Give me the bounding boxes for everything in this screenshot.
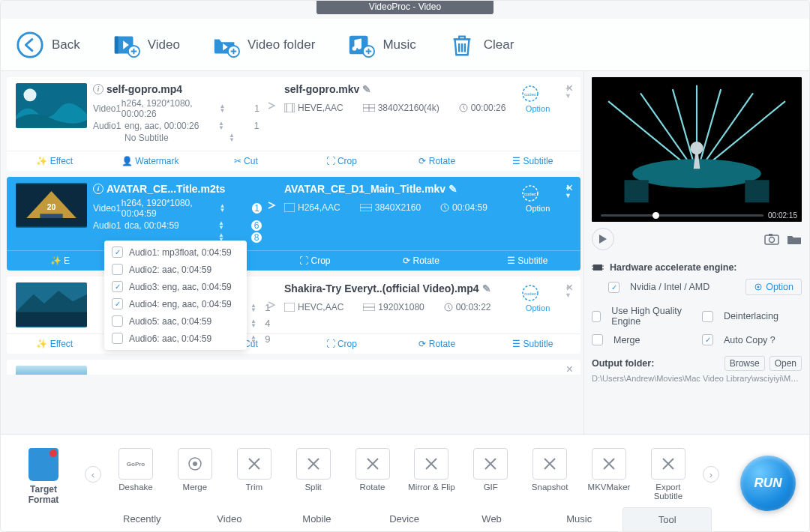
codec-option[interactable]: codec Option bbox=[520, 83, 556, 113]
audio-option[interactable]: Audio4: eng, aac, 0:04:59 bbox=[109, 295, 242, 312]
reorder-handle[interactable]: ▲▼ bbox=[565, 83, 572, 100]
file-card[interactable]: × bbox=[7, 360, 580, 375]
file-card-selected[interactable]: × 20 iAVATAR_CE...Title.m2ts Video1h264,… bbox=[7, 177, 580, 270]
tool-mkvmaker[interactable]: MKVMaker bbox=[582, 448, 636, 501]
folder-open-icon[interactable] bbox=[787, 233, 802, 245]
rotate-button[interactable]: ⟳ Rotate bbox=[389, 151, 485, 171]
info-icon[interactable]: i bbox=[93, 84, 104, 94]
crop-button[interactable]: ⛶ Crop bbox=[262, 251, 368, 270]
hq-checkbox[interactable]: Use High Quality Engine bbox=[592, 306, 692, 327]
watermark-button[interactable]: 👤 Watermark bbox=[103, 151, 199, 171]
audio-option[interactable]: Audio5: aac, 0:04:59 bbox=[109, 312, 242, 330]
svg-point-57 bbox=[193, 462, 197, 466]
info-icon[interactable]: i bbox=[93, 184, 104, 194]
tab-recently[interactable]: Recently bbox=[98, 507, 186, 531]
cut-button[interactable]: ✂ Cut bbox=[198, 151, 294, 171]
tool-gif[interactable]: GIF bbox=[464, 448, 518, 501]
file-card[interactable]: × iself-gopro.mp4 Video1h264, 1920*1080,… bbox=[7, 77, 580, 171]
tool-snapshot[interactable]: Snapshot bbox=[523, 448, 577, 501]
tab-web[interactable]: Web bbox=[448, 507, 536, 531]
audio-option[interactable]: Audio6: aac, 0:04:59 bbox=[109, 330, 242, 347]
add-music-button[interactable]: Music bbox=[346, 31, 416, 59]
tool-merge[interactable]: Merge bbox=[168, 448, 222, 501]
tab-mobile[interactable]: Mobile bbox=[273, 507, 361, 531]
gear-icon: codec bbox=[520, 282, 541, 303]
pencil-icon[interactable]: ✎ bbox=[362, 83, 371, 95]
spinner[interactable]: ▲▼ bbox=[219, 104, 250, 113]
format-tabs: Recently Video Mobile Device Web Music T… bbox=[98, 507, 712, 531]
audio-option[interactable]: Audio1: mp3float, 0:04:59 bbox=[109, 244, 242, 261]
rotate-button[interactable]: ⟳ Rotate bbox=[389, 334, 485, 354]
tool-mirror[interactable]: Mirror & Flip bbox=[404, 448, 458, 501]
back-button[interactable]: Back bbox=[16, 31, 80, 59]
pencil-icon[interactable]: ✎ bbox=[448, 183, 458, 195]
svg-rect-20 bbox=[40, 214, 62, 218]
output-meta: self-gopro.mkv ✎ HEVE,AAC 3840X2160(4k) … bbox=[284, 83, 514, 113]
scroll-left-button[interactable]: ‹ bbox=[85, 466, 101, 483]
svg-rect-28 bbox=[16, 312, 87, 327]
file-list: × iself-gopro.mp4 Video1h264, 1920*1080,… bbox=[1, 71, 584, 434]
codec-option[interactable]: codec Option bbox=[520, 282, 556, 312]
svg-rect-21 bbox=[284, 203, 295, 212]
codec-option[interactable]: codec Option bbox=[520, 183, 556, 213]
deinterlace-checkbox[interactable]: Deinterlacing bbox=[702, 306, 802, 327]
tool-export-subtitle[interactable]: Export Subtitle bbox=[641, 448, 695, 501]
main-toolbar: Back Video Video folder Music Clear bbox=[1, 19, 809, 71]
scroll-right-button[interactable]: › bbox=[703, 466, 719, 483]
crop-button[interactable]: ⛶ Crop bbox=[294, 151, 390, 171]
arrow-icon bbox=[268, 83, 278, 128]
crop-button[interactable]: ⛶ Crop bbox=[294, 334, 390, 354]
camera-icon[interactable] bbox=[764, 233, 779, 245]
engine-option-button[interactable]: Option bbox=[746, 279, 802, 295]
film-icon bbox=[284, 103, 295, 112]
svg-rect-48 bbox=[769, 234, 772, 236]
merge-checkbox[interactable]: Merge bbox=[592, 334, 692, 345]
clear-button[interactable]: Clear bbox=[448, 31, 514, 59]
file-card[interactable]: × ▲▼1 ▲▼4 ▲▼9 Shakira-Try Everyt..(offic… bbox=[7, 276, 580, 354]
tool-rotate[interactable]: Rotate bbox=[346, 448, 400, 501]
close-icon[interactable]: × bbox=[566, 363, 573, 376]
svg-rect-29 bbox=[284, 303, 295, 312]
autocopy-checkbox[interactable]: Auto Copy ? bbox=[702, 334, 802, 345]
resolution-icon bbox=[363, 104, 375, 112]
tab-tool[interactable]: Tool bbox=[622, 507, 712, 531]
subtitle-button[interactable]: ☰ Subtitle bbox=[485, 151, 581, 171]
audio-option[interactable]: Audio3: eng, aac, 0:04:59 bbox=[109, 278, 242, 295]
run-button[interactable]: RUN bbox=[740, 456, 796, 511]
bottom-bar: Target Format ‹ GoProDeshake Merge Trim … bbox=[1, 434, 809, 531]
tab-music[interactable]: Music bbox=[536, 507, 623, 531]
preview-time: 00:02:15 bbox=[768, 211, 797, 220]
effect-button[interactable]: ✨ Effect bbox=[7, 334, 103, 354]
clock-icon bbox=[459, 103, 468, 112]
reorder-handle[interactable]: ▲▼ bbox=[565, 183, 572, 199]
window-title: VideoProc - Video bbox=[316, 1, 494, 14]
tool-trim[interactable]: Trim bbox=[227, 448, 281, 501]
play-button[interactable] bbox=[592, 228, 614, 250]
effect-button[interactable]: ✨ E bbox=[7, 251, 113, 270]
progress-bar[interactable]: 00:02:15 bbox=[592, 208, 802, 222]
tool-split[interactable]: Split bbox=[286, 448, 340, 501]
audio-track-popup[interactable]: Audio1: mp3float, 0:04:59 Audio2: aac, 0… bbox=[104, 241, 247, 350]
reorder-handle[interactable]: ▲▼ bbox=[565, 282, 572, 299]
folder-icon bbox=[212, 31, 240, 59]
open-button[interactable]: Open bbox=[770, 356, 802, 371]
tab-device[interactable]: Device bbox=[361, 507, 448, 531]
browse-button[interactable]: Browse bbox=[724, 356, 765, 371]
target-format[interactable]: Target Format bbox=[14, 448, 73, 505]
tab-video[interactable]: Video bbox=[186, 507, 274, 531]
tool-deshake[interactable]: GoProDeshake bbox=[109, 448, 163, 501]
audio-option[interactable]: Audio2: aac, 0:04:59 bbox=[109, 261, 242, 278]
effect-button[interactable]: ✨ Effect bbox=[7, 151, 103, 171]
file-meta: iself-gopro.mp4 Video1h264, 1920*1080, 0… bbox=[93, 83, 262, 145]
back-arrow-icon bbox=[16, 31, 44, 59]
add-video-button[interactable]: Video bbox=[112, 31, 180, 59]
pencil-icon[interactable]: ✎ bbox=[482, 282, 491, 294]
rotate-button[interactable]: ⟳ Rotate bbox=[368, 251, 475, 270]
subtitle-button[interactable]: ☰ Subtitle bbox=[474, 251, 580, 270]
main-area: × iself-gopro.mp4 Video1h264, 1920*1080,… bbox=[1, 71, 809, 434]
subtitle-button[interactable]: ☰ Subtitle bbox=[485, 334, 581, 354]
add-folder-button[interactable]: Video folder bbox=[212, 31, 315, 59]
thumbnail bbox=[16, 83, 87, 128]
gpu-checkbox[interactable]: Nvidia / Intel / AMD bbox=[608, 282, 710, 293]
title-bar: VideoProc - Video bbox=[1, 1, 809, 19]
